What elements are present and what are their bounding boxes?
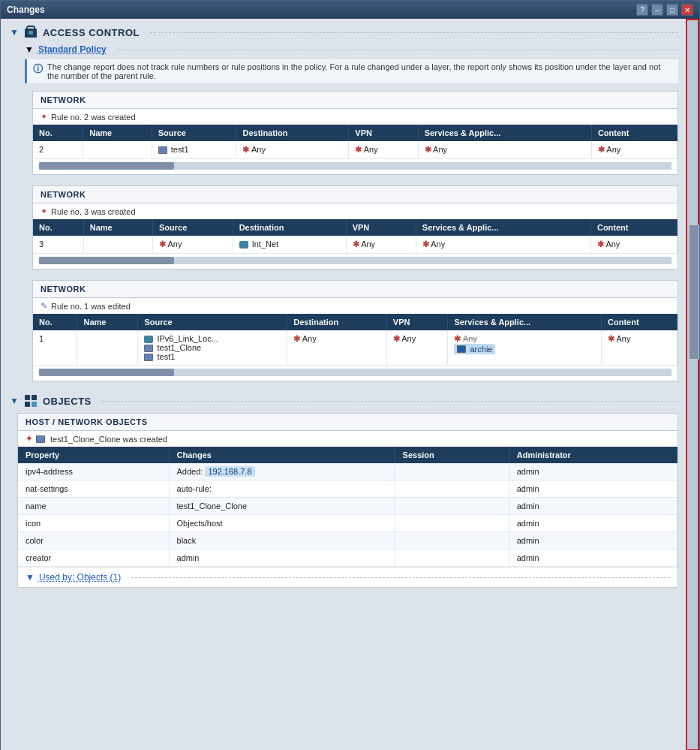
cell-admin: admin <box>509 515 677 532</box>
network-block-2: NETWORK ✦ Rule no. 3 was created No. Nam… <box>32 185 678 270</box>
scrollbar-track[interactable] <box>686 19 699 750</box>
cell-source: test1 <box>152 141 236 159</box>
svg-rect-2 <box>29 31 33 35</box>
cell-services: ✱ Any <box>418 141 591 159</box>
window-controls: ? – □ ✕ <box>636 4 693 16</box>
cell-property: icon <box>18 515 169 532</box>
standard-policy-chevron[interactable]: ▼ <box>25 44 34 55</box>
cell-admin: admin <box>509 463 677 480</box>
cell-services: ✱ Any <box>416 236 590 254</box>
horizontal-scrollbar-2[interactable] <box>39 257 671 264</box>
archie-text: archie <box>470 345 492 354</box>
help-button[interactable]: ? <box>636 4 648 16</box>
cell-admin: admin <box>509 550 677 567</box>
col-name: Name <box>83 219 152 236</box>
cell-property: creator <box>18 550 169 567</box>
access-control-section: ▼ ACCESS CONTROL ▼ <box>10 25 678 381</box>
policy-divider <box>117 50 678 50</box>
col-source: Source <box>152 125 236 141</box>
cell-name <box>83 236 152 254</box>
cell-changes: black <box>169 532 395 550</box>
objects-title: OBJECTS <box>43 396 92 407</box>
svg-rect-3 <box>25 395 30 400</box>
col-services: Services & Applic... <box>418 125 591 141</box>
rule-1-text: Rule no. 1 was edited <box>51 302 131 311</box>
monitor-icon <box>144 354 153 361</box>
created-text: test1_Clone_Clone was created <box>50 435 167 444</box>
horizontal-scrollbar-1[interactable] <box>39 162 671 170</box>
rule-3-table: No. Name Source Destination VPN Services… <box>33 219 677 254</box>
table-row: icon Objects/host admin <box>18 515 677 532</box>
rule-3-text: Rule no. 3 was created <box>51 207 136 216</box>
cell-destination: ✱ Any <box>287 330 387 366</box>
standard-policy-header[interactable]: ▼ Standard Policy <box>25 44 678 55</box>
star-icon: ✱ <box>597 239 604 248</box>
host-network-header: HOST / NETWORK OBJECTS <box>18 414 677 431</box>
used-by-label[interactable]: Used by: Objects (1) <box>39 572 121 583</box>
star-icon: ✱ <box>454 334 461 343</box>
used-by-chevron[interactable]: ▼ <box>26 572 35 583</box>
cell-session <box>395 498 509 515</box>
col-no: No. <box>33 125 83 141</box>
star-icon: ✱ <box>608 334 614 343</box>
objects-chevron[interactable]: ▼ <box>10 396 19 406</box>
cell-source: ✱ Any <box>152 236 233 254</box>
cell-destination: Int_Net <box>233 236 346 254</box>
info-text: The change report does not track rule nu… <box>47 62 672 80</box>
minimize-button[interactable]: – <box>651 4 663 16</box>
cell-session <box>395 550 509 567</box>
obj-created-label: ✦ test1_Clone_Clone was created <box>18 431 677 447</box>
content-area: ▼ ACCESS CONTROL ▼ <box>1 19 699 750</box>
table-row: nat-settings auto-rule: admin <box>18 480 677 498</box>
cell-changes: Objects/host <box>169 515 395 532</box>
monitor-icon <box>158 146 167 154</box>
table-row: 3 ✱ Any Int_Net ✱ Any ✱ Any ✱ Any <box>33 236 677 254</box>
rule-3-label: ✦ Rule no. 3 was created <box>33 203 677 219</box>
cell-services: ✱ Any archie <box>448 330 602 366</box>
rule-edited-icon: ✎ <box>41 301 47 311</box>
cell-admin: admin <box>509 480 677 498</box>
cell-source: IPv6_Link_Loc... test1_Clone test1 <box>138 330 287 366</box>
titlebar: Changes ? – □ ✕ <box>1 1 699 19</box>
cell-content: ✱ Any <box>590 236 677 254</box>
col-destination: Destination <box>233 219 346 236</box>
access-control-chevron[interactable]: ▼ <box>10 27 19 38</box>
monitor-icon <box>36 435 45 443</box>
scrollbar-thumb[interactable] <box>689 224 699 360</box>
standard-policy-title[interactable]: Standard Policy <box>38 44 107 55</box>
cell-property: ipv4-address <box>18 463 169 480</box>
access-control-header[interactable]: ▼ ACCESS CONTROL <box>10 25 678 40</box>
col-name: Name <box>77 314 138 330</box>
col-destination: Destination <box>236 125 349 141</box>
col-content: Content <box>602 314 677 330</box>
col-content: Content <box>591 125 677 141</box>
cell-content: ✱ Any <box>602 330 677 366</box>
network-block-1: NETWORK ✦ Rule no. 2 was created No. Nam… <box>32 91 678 175</box>
cell-destination: ✱ Any <box>236 141 349 159</box>
monitor-icon <box>144 345 153 352</box>
section-divider <box>150 32 678 33</box>
rule-2-label: ✦ Rule no. 2 was created <box>33 109 677 125</box>
col-no: No. <box>33 314 77 330</box>
cell-changes: Added: 192.168.7.8 <box>169 463 395 480</box>
col-source: Source <box>152 219 233 236</box>
cell-session <box>395 515 509 532</box>
star-icon: ✦ <box>26 434 32 444</box>
used-by-section[interactable]: ▼ Used by: Objects (1) <box>18 567 677 587</box>
cell-name <box>83 141 152 159</box>
main-window: Changes ? – □ ✕ ▼ <box>0 0 700 750</box>
col-services: Services & Applic... <box>448 314 602 330</box>
objects-header[interactable]: ▼ OBJECTS <box>10 393 678 408</box>
col-content: Content <box>590 219 677 236</box>
horizontal-scrollbar-3[interactable] <box>39 369 671 376</box>
rule-1-table: No. Name Source Destination VPN Services… <box>33 314 677 366</box>
objects-icon <box>23 393 38 408</box>
objects-section: ▼ OBJECTS HOST / NETWORK OBJECTS <box>10 393 678 588</box>
info-box: ⓘ The change report does not track rule … <box>25 59 678 83</box>
network-header-1: NETWORK <box>33 92 677 109</box>
rule-created-icon: ✦ <box>41 206 47 216</box>
col-services: Services & Applic... <box>416 219 590 236</box>
rule-1-label: ✎ Rule no. 1 was edited <box>33 298 677 314</box>
maximize-button[interactable]: □ <box>666 4 678 16</box>
close-button[interactable]: ✕ <box>681 4 693 16</box>
